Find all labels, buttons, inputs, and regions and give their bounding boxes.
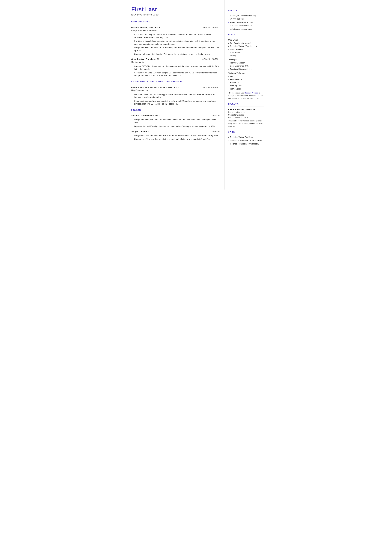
job-dates: 04/2020 (212, 114, 220, 117)
job-header: Support Chatbots04/2020 (131, 130, 220, 133)
edu-location: Boston, MA — 06/2020 (228, 116, 264, 119)
volunteering-divider (131, 84, 220, 84)
skill-item: Adobe Acrobat (228, 78, 264, 81)
work-experience-jobs: Resume Worded, New York, NY11/2021 – Pre… (131, 26, 220, 77)
skill-item: Documentation (228, 48, 264, 51)
skill-item: FrameMaker (228, 88, 264, 90)
contact-list: Denver, OH (Open to Remote)+1-234-456-78… (228, 14, 264, 30)
education-title: EDUCATION (228, 103, 264, 105)
other-item: Certified Technical Communicator. (228, 143, 264, 145)
skill-item: User Experience (UX) (228, 65, 264, 67)
bullet-item: Provided technical documentation for 15+… (131, 40, 220, 45)
job-block: Growthsi, San Francisco, CA07/2020 – 10/… (131, 58, 220, 77)
skills-promo: · Don't forget to use Resume Worded to s… (228, 91, 264, 100)
skill-item: Visio (228, 75, 264, 78)
skills-category-label: Techniques: (228, 58, 264, 61)
job-block: Resume Worded's Business Society, New Yo… (131, 86, 220, 105)
bullet-item: Created SEO-friendly content for 15+ cus… (131, 65, 220, 70)
name: First Last (131, 6, 220, 13)
volunteering-jobs: Resume Worded's Business Society, New Yo… (131, 86, 220, 105)
skills-list: Technical SupportUser Experience (UX)Fun… (228, 62, 264, 70)
skills-list: VisioAdobe AcrobatRoboHelpMadCap FlareFr… (228, 75, 264, 90)
skill-item: Proofreading (Advanced) (228, 42, 264, 45)
projects-divider (131, 112, 220, 112)
education-divider (228, 106, 264, 106)
bullet-item: Assisted in updating 18 months of PowerP… (131, 33, 220, 39)
bullet-item: Designed and implemented an encryption t… (131, 118, 220, 124)
contact-divider (228, 13, 264, 13)
job-dates: 07/2020 – 10/2021 (202, 58, 219, 61)
other-title: OTHER (228, 131, 264, 133)
job-header: Resume Worded's Business Society, New Yo… (131, 86, 220, 89)
volunteering-title: VOLUNTEERING ACTIVITIES AND EXTRACURRICU… (131, 81, 220, 83)
job-role: Entry-Level Technical Writer (131, 29, 220, 32)
skill-item: Technical Writing (Experienced) (228, 45, 264, 48)
other-item: Technical Writing Certificate. (228, 136, 264, 139)
job-role: Help Desk Support (131, 89, 220, 92)
skills-section: Hard Skills:Proofreading (Advanced)Techn… (228, 39, 264, 100)
job-header: Growthsi, San Francisco, CA07/2020 – 10/… (131, 58, 220, 61)
job-bullets: Designed a chatbot that improves the res… (131, 134, 220, 140)
subtitle: Entry-Level Technical Writer (131, 13, 220, 16)
contact-item: +1-234-456-789 (228, 18, 264, 21)
job-company: Growthsi, San Francisco, CA (131, 58, 160, 61)
job-bullets: Assisted in updating 18 months of PowerP… (131, 33, 220, 56)
job-header: Secured Card Payment Tools04/2020 (131, 114, 220, 117)
work-experience-title: WORK EXPERIENCE (131, 21, 220, 23)
bullet-item: Created training materials with 17+ trai… (131, 53, 220, 56)
job-company: Support Chatbots (131, 130, 149, 133)
edu-field: Computer Science (228, 114, 264, 116)
job-company: Resume Worded, New York, NY (131, 26, 162, 29)
job-dates: 11/2021 – Present (203, 26, 219, 29)
job-block: Secured Card Payment Tools04/2020Designe… (131, 114, 220, 128)
education-item: Resume Worded University Bachelor of Sci… (228, 108, 264, 128)
edu-awards: Awards: Resume Worded Teaching Fellow (o… (228, 119, 264, 128)
job-role: Content Writer (131, 61, 220, 63)
left-column: First Last Entry-Level Technical Writer … (125, 0, 224, 189)
skills-category-label: Hard Skills: (228, 39, 264, 41)
contact-item: github.com/resumeworded (228, 28, 264, 30)
skills-category-label: Tools and Software: (228, 72, 264, 75)
job-block: Resume Worded, New York, NY11/2021 – Pre… (131, 26, 220, 56)
other-divider (228, 134, 264, 134)
job-company: Resume Worded's Business Society, New Yo… (131, 86, 181, 89)
other-list: Technical Writing Certificate.Certified … (228, 136, 264, 145)
skill-item: RoboHelp (228, 81, 264, 84)
right-column: CONTACT Denver, OH (Open to Remote)+1-23… (224, 0, 267, 189)
contact-item: linkedin.com/in/username (228, 24, 264, 27)
skill-item: Functional Documentation (228, 68, 264, 70)
job-header: Resume Worded, New York, NY11/2021 – Pre… (131, 26, 220, 29)
skill-item: Technical Support (228, 62, 264, 64)
bullet-item: Implemented an RSA algorithm that reduce… (131, 125, 220, 128)
resume-worded-link[interactable]: Resume Worded (245, 92, 258, 94)
work-experience-divider (131, 24, 220, 24)
job-block: Support Chatbots04/2020Designed a chatbo… (131, 130, 220, 141)
projects-title: PROJECTS (131, 109, 220, 111)
bullet-item: Assisted in creating 11+ video scripts, … (131, 71, 220, 77)
job-bullets: Created SEO-friendly content for 15+ cus… (131, 65, 220, 77)
skill-item: User Guides (228, 51, 264, 54)
contact-title: CONTACT (228, 9, 264, 12)
skills-title: SKILLS (228, 34, 264, 36)
bullet-item: Installed 13 standard software applicati… (131, 93, 220, 99)
bullet-item: Created an offline tool that boosts the … (131, 138, 220, 140)
contact-item: email@resumeworded.com (228, 21, 264, 24)
skill-item: MadCap Flare (228, 84, 264, 87)
job-dates: 04/2020 (212, 130, 220, 133)
other-item: Certified Professional Technical Writer. (228, 139, 264, 142)
education-section: Resume Worded University Bachelor of Sci… (228, 108, 264, 128)
skills-list: Proofreading (Advanced)Technical Writing… (228, 42, 264, 57)
contact-item: Denver, OH (Open to Remote) (228, 14, 264, 17)
skill-item: Editing (228, 55, 264, 57)
projects-jobs: Secured Card Payment Tools04/2020Designe… (131, 114, 220, 140)
bullet-item: Diagnosed and resolved issues with the s… (131, 100, 220, 105)
bullet-item: Designed a chatbot that improves the res… (131, 134, 220, 137)
bullet-item: Designed training manuals for 25 incomin… (131, 46, 220, 52)
skills-divider (228, 37, 264, 37)
edu-degree: Bachelor of Science (228, 111, 264, 114)
job-bullets: Designed and implemented an encryption t… (131, 118, 220, 128)
job-company: Secured Card Payment Tools (131, 114, 160, 117)
job-dates: 12/2021 – Present (203, 86, 219, 89)
edu-org: Resume Worded University (228, 108, 264, 111)
resume-page: First Last Entry-Level Technical Writer … (125, 0, 267, 189)
